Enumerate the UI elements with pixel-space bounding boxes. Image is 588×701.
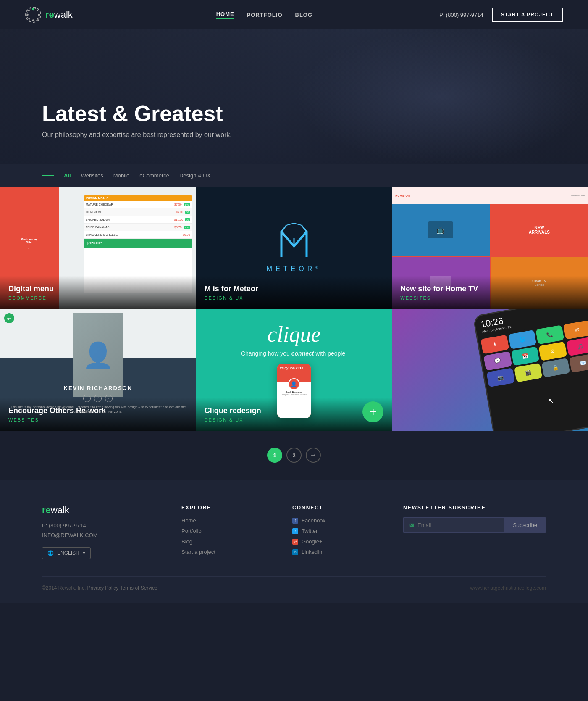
footer-bottom: ©2014 Rewalk, Inc. Privacy Policy Terms … — [42, 576, 546, 591]
hero-title: Latest & Greatest — [42, 101, 546, 126]
kevin-name: KEVIN RICHARDSON — [0, 385, 196, 391]
svg-line-12 — [286, 223, 294, 225]
item-title-digital-menu: Digital menu — [8, 284, 188, 294]
footer-newsletter-title: NEWSLETTER SUBSCRIBE — [403, 505, 546, 511]
kevin-social-2: f — [94, 395, 102, 402]
chevron-down-icon: ▾ — [83, 550, 85, 556]
svg-point-8 — [32, 19, 34, 21]
logo-re: re — [45, 9, 54, 20]
app-icon-9: 📷 — [486, 368, 515, 387]
header: rewalk HOME PORTFOLIO BLOG P: (800) 997-… — [0, 0, 588, 29]
kevin-social-3: in — [105, 395, 113, 402]
svg-point-2 — [26, 14, 28, 16]
logo-icon — [25, 7, 41, 23]
item-cat-meteor: DESIGN & UX — [205, 295, 384, 300]
portfolio-grid: WednesdayOffer ← → FUSION MEALS MATURE C… — [0, 187, 588, 431]
logo-area: rewalk — [25, 7, 73, 23]
svg-point-1 — [32, 8, 34, 10]
newsletter-form: ✉ Subscribe — [403, 517, 546, 533]
footer-link-start[interactable]: Start a project — [181, 549, 267, 555]
header-right: P: (800) 997-9714 START A PROJECT — [439, 8, 563, 22]
logo-text[interactable]: rewalk — [45, 9, 73, 20]
svg-point-4 — [28, 10, 30, 11]
filter-design-ux[interactable]: Design & UX — [179, 172, 210, 179]
filter-bar: All Websites Mobile eCommerce Design & U… — [0, 164, 588, 187]
footer-newsletter-col: NEWSLETTER SUBSCRIBE ✉ Subscribe — [403, 505, 546, 559]
googleplus-icon: g+ — [292, 539, 298, 545]
portfolio-item-digital-menu[interactable]: WednesdayOffer ← → FUSION MEALS MATURE C… — [0, 187, 196, 309]
svg-line-11 — [302, 225, 307, 232]
app-icon-6: 📅 — [511, 346, 540, 366]
globe-icon: 🌐 — [47, 550, 54, 556]
filter-accent — [42, 175, 54, 176]
footer-connect-col: CONNECT f Facebook t Twitter g+ Google+ … — [292, 505, 378, 559]
lang-label: ENGLISH — [57, 550, 79, 556]
hero-section: Latest & Greatest Our philosophy and exp… — [0, 29, 588, 164]
page-1-button[interactable]: 1 — [267, 448, 282, 463]
app-icon-7: ⚙ — [538, 342, 567, 361]
app-icon-2: 🌐 — [508, 330, 537, 349]
clique-phone-mockup: ValayCon 2013 👤 Josh Hemsley Designer • … — [277, 364, 311, 418]
filter-mobile[interactable]: Mobile — [113, 172, 129, 179]
footer-link-portfolio[interactable]: Portfolio — [181, 528, 267, 534]
header-phone: P: (800) 997-9714 — [439, 12, 483, 18]
footer-link-home[interactable]: Home — [181, 517, 267, 524]
item-cat-kevin: WEBSITES — [8, 417, 188, 422]
footer-twitter-link[interactable]: t Twitter — [292, 528, 378, 534]
email-input[interactable] — [417, 522, 498, 528]
footer-googleplus-link[interactable]: g+ Google+ — [292, 538, 378, 545]
pagination: 1 2 → — [0, 431, 588, 480]
meteor-m-logo — [277, 223, 311, 261]
footer-linkedin-link[interactable]: in LinkedIn — [292, 549, 378, 555]
portfolio-item-kevin[interactable]: go 👤 KEVIN RICHARDSON t f in This site i… — [0, 309, 196, 431]
footer: rewalk P: (800) 997-9714 INFO@REWALK.COM… — [0, 480, 588, 603]
page-next-button[interactable]: → — [306, 448, 321, 463]
cursor-icon: ↖ — [548, 396, 554, 406]
svg-line-13 — [294, 223, 302, 225]
main-nav: HOME PORTFOLIO BLOG — [216, 11, 312, 19]
portfolio-item-clique[interactable]: clique Changing how you connect with peo… — [196, 309, 392, 431]
clique-add-button[interactable]: + — [362, 401, 383, 422]
subscribe-button[interactable]: Subscribe — [504, 517, 546, 533]
page-2-button[interactable]: 2 — [286, 448, 302, 463]
footer-facebook-link[interactable]: f Facebook — [292, 517, 378, 524]
portfolio-item-meteor[interactable]: METEOR® M is for Meteor DESIGN & UX — [196, 187, 392, 309]
svg-point-7 — [37, 18, 38, 20]
footer-logo: rewalk — [42, 505, 156, 516]
svg-point-6 — [28, 18, 30, 20]
facebook-icon: f — [292, 518, 298, 524]
clique-title: clique — [267, 322, 320, 347]
nav-blog[interactable]: BLOG — [295, 12, 313, 18]
filter-all[interactable]: All — [64, 172, 71, 179]
start-project-button[interactable]: START A PROJECT — [492, 8, 563, 22]
hero-subtitle: Our philosophy and expertise are best re… — [42, 131, 546, 139]
portfolio-item-home-tv[interactable]: H6 VISION Professional 📺 NEWARRIVALS Sma… — [392, 187, 588, 309]
portfolio-item-htc[interactable]: 10:26 Wed, September 11 ⬇ 🌐 📞 ✉ 💬 📅 ⚙ 🎵 … — [392, 309, 588, 431]
footer-link-blog[interactable]: Blog — [181, 538, 267, 545]
email-envelope-icon: ✉ — [410, 522, 414, 528]
item-title-home-tv: New site for Home TV — [400, 284, 580, 294]
item-title-meteor: M is for Meteor — [205, 284, 384, 294]
app-icon-4: ✉ — [563, 320, 588, 340]
filter-websites[interactable]: Websites — [81, 172, 103, 179]
linkedin-icon: in — [292, 549, 298, 555]
app-icon-1: ⬇ — [480, 335, 509, 354]
nav-portfolio[interactable]: PORTFOLIO — [247, 12, 283, 18]
footer-connect-title: CONNECT — [292, 505, 378, 511]
footer-contact: P: (800) 997-9714 INFO@REWALK.COM — [42, 521, 156, 540]
kevin-social-1: t — [83, 395, 91, 402]
svg-line-9 — [281, 225, 286, 232]
footer-lang-selector[interactable]: 🌐 ENGLISH ▾ — [42, 547, 91, 559]
clique-subtitle: Changing how you connect with people. — [241, 350, 347, 357]
app-icon-10: 🎬 — [514, 363, 543, 382]
filter-ecommerce[interactable]: eCommerce — [139, 172, 169, 179]
nav-home[interactable]: HOME — [216, 11, 234, 19]
footer-privacy-link[interactable]: Privacy Policy — [87, 585, 119, 591]
logo-walk: walk — [54, 9, 73, 20]
app-icon-5: 💬 — [483, 351, 512, 371]
meteor-brand-text: METEOR® — [267, 265, 321, 273]
item-cat-home-tv: WEBSITES — [400, 295, 580, 300]
footer-terms-link[interactable]: Terms of Service — [120, 585, 157, 591]
tv-browser-bar: H6 VISION Professional — [392, 187, 588, 204]
footer-url: www.heritagechristiancollege.com — [470, 585, 546, 591]
